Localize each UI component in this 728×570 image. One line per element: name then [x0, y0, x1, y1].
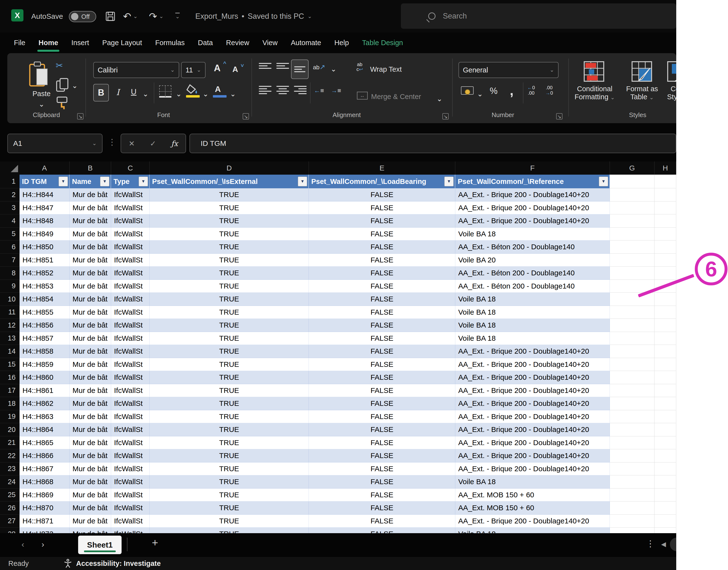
- cell-empty[interactable]: [610, 423, 655, 436]
- column-header-H[interactable]: H: [655, 162, 676, 175]
- cell[interactable]: FALSE: [309, 515, 455, 528]
- cell[interactable]: TRUE: [150, 423, 309, 436]
- cell[interactable]: Mur de bât: [69, 254, 111, 267]
- cell[interactable]: IfcWallSt: [111, 449, 150, 463]
- accounting-dropdown-icon[interactable]: ⌄: [477, 90, 483, 98]
- table-header-cell[interactable]: ID TGM▼: [19, 175, 69, 188]
- formula-input[interactable]: ID TGM: [189, 134, 676, 153]
- cell-empty[interactable]: [610, 528, 655, 533]
- cell[interactable]: Mur de bât: [69, 528, 111, 533]
- cell[interactable]: Mur de bât: [69, 214, 111, 228]
- cell[interactable]: IfcWallSt: [111, 188, 150, 202]
- ribbon-tab-table-design[interactable]: Table Design: [355, 32, 410, 53]
- borders-button[interactable]: [159, 85, 171, 97]
- ribbon-tab-formulas[interactable]: Formulas: [149, 32, 191, 53]
- cell[interactable]: IfcWallSt: [111, 475, 150, 489]
- cell[interactable]: FALSE: [309, 267, 455, 280]
- filter-dropdown-icon[interactable]: ▼: [298, 177, 307, 186]
- cell[interactable]: IfcWallSt: [111, 306, 150, 319]
- column-header-B[interactable]: B: [69, 162, 111, 175]
- row-header-6[interactable]: 6: [0, 241, 19, 254]
- cut-icon[interactable]: ✂: [56, 60, 63, 71]
- cell[interactable]: H4::H872: [19, 528, 69, 533]
- cell[interactable]: Mur de bât: [69, 241, 111, 254]
- cell[interactable]: AA_Ext. - Brique 200 - Doublage140+20: [455, 397, 610, 410]
- more-sheets-button[interactable]: ⋮: [646, 539, 655, 549]
- cell[interactable]: H4::H857: [19, 332, 69, 345]
- cell-empty[interactable]: [655, 436, 676, 450]
- cell[interactable]: TRUE: [150, 228, 309, 241]
- font-color-button[interactable]: A: [215, 84, 221, 94]
- cell-empty[interactable]: [610, 188, 655, 202]
- paste-dropdown-icon[interactable]: ⌄: [39, 100, 44, 108]
- cell[interactable]: Mur de bât: [69, 228, 111, 241]
- row-header-22[interactable]: 22: [0, 449, 19, 463]
- cell[interactable]: Mur de bât: [69, 397, 111, 410]
- cell[interactable]: IfcWallSt: [111, 489, 150, 502]
- cell[interactable]: Mur de bât: [69, 188, 111, 202]
- row-header-12[interactable]: 12: [0, 319, 19, 332]
- cell[interactable]: Mur de bât: [69, 267, 111, 280]
- cell[interactable]: IfcWallSt: [111, 371, 150, 384]
- increase-font-size-button[interactable]: A: [214, 63, 220, 73]
- paste-label[interactable]: Paste: [24, 90, 58, 98]
- underline-button[interactable]: U: [131, 87, 137, 96]
- cell[interactable]: IfcWallSt: [111, 267, 150, 280]
- row-header-17[interactable]: 17: [0, 384, 19, 397]
- table-header-cell[interactable]: Pset_WallCommon/_\IsExternal▼: [150, 175, 309, 188]
- cell-empty[interactable]: [610, 345, 655, 358]
- cell[interactable]: FALSE: [309, 254, 455, 267]
- cell[interactable]: H4::H864: [19, 423, 69, 436]
- cell-empty[interactable]: [610, 397, 655, 410]
- cell[interactable]: H4::H854: [19, 293, 69, 306]
- filter-dropdown-icon[interactable]: ▼: [100, 177, 110, 186]
- ribbon-tab-home[interactable]: Home: [32, 32, 65, 53]
- cell[interactable]: TRUE: [150, 293, 309, 306]
- cell[interactable]: FALSE: [309, 332, 455, 345]
- orientation-button[interactable]: ab↗: [313, 63, 325, 71]
- cell-empty[interactable]: [655, 528, 676, 533]
- align-left-button[interactable]: [259, 86, 271, 94]
- cell[interactable]: TRUE: [150, 254, 309, 267]
- cell[interactable]: AA_Ext. - Brique 200 - Doublage140+20: [455, 202, 610, 215]
- cell[interactable]: FALSE: [309, 358, 455, 371]
- cell[interactable]: Mur de bât: [69, 319, 111, 332]
- number-dialog-launcher[interactable]: ↘: [556, 113, 562, 119]
- bottom-align-button[interactable]: [291, 59, 309, 79]
- font-name-select[interactable]: Calibri⌄: [93, 62, 179, 78]
- row-header-11[interactable]: 11: [0, 306, 19, 319]
- row-header-3[interactable]: 3: [0, 202, 19, 215]
- cell[interactable]: FALSE: [309, 528, 455, 533]
- alignment-dialog-launcher[interactable]: ↘: [442, 113, 449, 119]
- increase-indent-button[interactable]: →≡: [331, 87, 341, 94]
- cell[interactable]: IfcWallSt: [111, 397, 150, 410]
- undo-button[interactable]: ↶⌄: [123, 0, 138, 32]
- cell[interactable]: H4::H860: [19, 371, 69, 384]
- align-right-button[interactable]: [294, 86, 307, 94]
- cell[interactable]: IfcWallSt: [111, 528, 150, 533]
- cell[interactable]: IfcWallSt: [111, 515, 150, 528]
- cell[interactable]: H4::H855: [19, 306, 69, 319]
- cell[interactable]: Mur de bât: [69, 463, 111, 476]
- cell-empty[interactable]: [655, 175, 676, 188]
- cell[interactable]: H4::H863: [19, 410, 69, 423]
- cell[interactable]: TRUE: [150, 241, 309, 254]
- cell[interactable]: TRUE: [150, 410, 309, 423]
- cell[interactable]: IfcWallSt: [111, 293, 150, 306]
- cell[interactable]: TRUE: [150, 358, 309, 371]
- cell-empty[interactable]: [655, 332, 676, 345]
- filter-dropdown-icon[interactable]: ▼: [139, 177, 148, 186]
- merge-center-button[interactable]: Merge & Center: [371, 93, 421, 101]
- cell[interactable]: FALSE: [309, 241, 455, 254]
- cell[interactable]: Mur de bât: [69, 475, 111, 489]
- row-header-19[interactable]: 19: [0, 410, 19, 423]
- cell[interactable]: FALSE: [309, 202, 455, 215]
- cell[interactable]: TRUE: [150, 489, 309, 502]
- decrease-indent-button[interactable]: ←≡: [314, 87, 324, 94]
- row-header-24[interactable]: 24: [0, 475, 19, 489]
- cell-empty[interactable]: [655, 319, 676, 332]
- cell[interactable]: Voile BA 20: [455, 254, 610, 267]
- cell[interactable]: AA_Ext. - Brique 200 - Doublage140+20: [455, 188, 610, 202]
- cell[interactable]: AA_Ext. - Brique 200 - Doublage140+20: [455, 449, 610, 463]
- conditional-formatting-button[interactable]: Conditional Formatting ⌄: [570, 85, 619, 101]
